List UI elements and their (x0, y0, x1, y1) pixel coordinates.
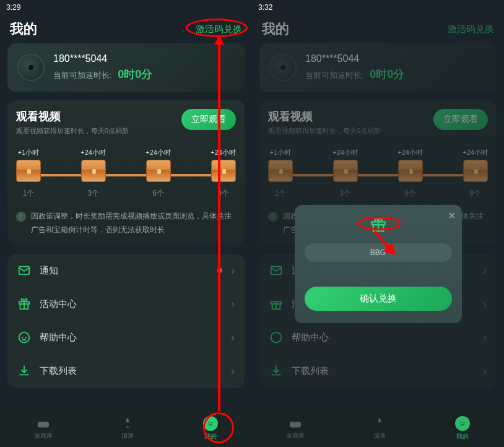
svg-point-6 (209, 422, 210, 423)
page-title: 我的 (10, 20, 37, 38)
nav-label: 加速 (121, 432, 134, 440)
user-card[interactable]: 180****5044 当前可加速时长: 0时0分 (7, 43, 245, 92)
menu-label: 通知 (40, 265, 209, 277)
status-time: 3:32 (258, 3, 272, 12)
duration-label: 当前可加速时长: (53, 71, 112, 80)
mail-icon (17, 264, 31, 277)
face-icon (203, 416, 218, 431)
screen-left: 3:29 我的 激活码兑换 180****5044 当前可加速时长: 0时0分 … (0, 0, 252, 447)
user-phone: 180****5044 (305, 53, 404, 64)
chest-item[interactable]: +24小时 9个 (211, 148, 236, 199)
bottom-nav: 游戏库 加速 我的 (0, 410, 252, 447)
confirm-redeem-button[interactable]: 确认兑换 (305, 287, 452, 311)
redeem-modal: ✕ 确认兑换 (295, 205, 462, 323)
header: 我的 激活码兑换 (252, 15, 504, 43)
svg-point-5 (25, 337, 26, 338)
menu-label: 活动中心 (40, 298, 222, 310)
rocket-icon (121, 417, 134, 430)
menu-item-download[interactable]: 下载列表 › (7, 354, 245, 388)
duration-label: 当前可加速时长: (305, 71, 364, 80)
gift-icon (305, 216, 452, 236)
nav-item-mine[interactable]: 我的 (203, 416, 218, 441)
menu-label: 下载列表 (40, 365, 222, 377)
chest-item[interactable]: +24小时 3个 (80, 148, 106, 199)
chest-time: +24小时 (146, 148, 171, 157)
svg-point-7 (211, 422, 212, 423)
menu-item-activity[interactable]: 活动中心 › (7, 287, 245, 321)
chest-icon (81, 160, 106, 182)
chest-count: 3个 (87, 188, 99, 199)
download-icon (17, 364, 31, 378)
menu-list: 通知 › 活动中心 › 帮助中心 › 下载列表 › (7, 254, 245, 388)
menu-item-notify[interactable]: 通知 › (7, 254, 245, 287)
chest-time: +1小时 (18, 148, 40, 157)
nav-label: 游戏库 (34, 432, 53, 440)
nav-item-boost[interactable]: 加速 (121, 417, 134, 440)
video-subtitle: 观看视频获得加速时长，每天0点刷新 (16, 126, 129, 136)
gift-icon (17, 297, 31, 311)
chest-icon (146, 160, 171, 182)
close-icon[interactable]: ✕ (448, 210, 456, 222)
user-phone: 180****5044 (53, 53, 152, 64)
info-icon: ! (16, 212, 26, 222)
header: 我的 激活码兑换 (0, 15, 252, 43)
duration-value: 0时0分 (118, 68, 152, 80)
svg-point-3 (19, 332, 30, 343)
modal-overlay: ✕ 确认兑换 (252, 80, 504, 447)
chest-item[interactable]: +1小时 1个 (16, 148, 41, 199)
video-title: 观看视频 (16, 109, 129, 124)
menu-item-help[interactable]: 帮助中心 › (7, 321, 245, 354)
redeem-link[interactable]: 激活码兑换 (448, 24, 494, 35)
menu-label: 帮助中心 (40, 332, 222, 344)
svg-point-4 (22, 337, 23, 338)
redeem-link[interactable]: 激活码兑换 (196, 24, 242, 35)
chest-item[interactable]: +24小时 6个 (146, 148, 171, 199)
video-card: 观看视频 观看视频获得加速时长，每天0点刷新 立即观看 +1小时 1个 +24小… (7, 100, 245, 245)
redeem-code-input[interactable] (305, 243, 452, 262)
chevron-right-icon: › (231, 331, 235, 344)
chest-icon (16, 160, 41, 182)
avatar (269, 54, 297, 81)
chest-count: 1个 (23, 188, 35, 199)
duration-row: 当前可加速时长: 0时0分 (53, 67, 152, 82)
notice-text: 因政策调整，时长奖励需完成视频播放或页面浏览，具体关注广告和宝箱倒计时等，否则无… (31, 210, 236, 237)
status-time: 3:29 (6, 3, 20, 12)
chest-time: +24小时 (211, 148, 236, 157)
red-dot-icon (217, 268, 222, 273)
chest-icon (211, 160, 236, 182)
duration-row: 当前可加速时长: 0时0分 (305, 67, 404, 82)
status-bar: 3:29 (0, 0, 252, 15)
gamepad-icon (37, 417, 50, 430)
chevron-right-icon: › (231, 298, 235, 311)
page-title: 我的 (262, 20, 289, 38)
nav-item-library[interactable]: 游戏库 (34, 417, 53, 440)
chevron-right-icon: › (231, 264, 235, 277)
chest-time: +24小时 (80, 148, 106, 157)
watch-button[interactable]: 立即观看 (181, 109, 236, 130)
avatar (17, 54, 45, 81)
notice-row: ! 因政策调整，时长奖励需完成视频播放或页面浏览，具体关注广告和宝箱倒计时等，否… (16, 210, 236, 237)
screen-right: 3:32 我的 激活码兑换 180****5044 当前可加速时长: 0时0分 … (252, 0, 504, 447)
nav-label: 我的 (204, 432, 217, 441)
chest-count: 9个 (217, 188, 229, 199)
chat-icon (17, 331, 31, 344)
chest-row: +1小时 1个 +24小时 3个 +24小时 6个 +24小时 (16, 143, 236, 201)
duration-value: 0时0分 (370, 68, 404, 80)
status-bar: 3:32 (252, 0, 504, 15)
chevron-right-icon: › (231, 365, 235, 378)
chest-count: 6个 (152, 188, 164, 199)
